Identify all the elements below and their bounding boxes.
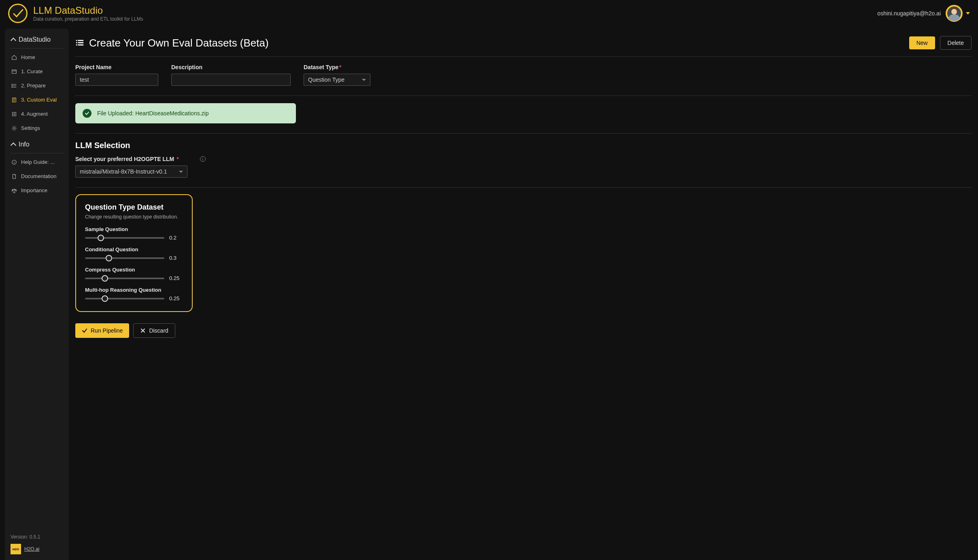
slider-label: Multi-hop Reasoning Question [85,287,183,293]
check-icon [82,328,87,333]
slider-track[interactable] [85,298,164,299]
eval-icon [11,97,17,103]
description-input[interactable] [171,74,291,86]
list-icon [75,38,84,47]
h2o-badge[interactable]: H2O H2O.ai [11,544,63,554]
sidebar-section-label: DataStudio [19,36,51,43]
slider-track[interactable] [85,278,164,279]
sidebar-section-info[interactable]: Info [5,135,69,151]
slider-thumb[interactable] [98,235,104,241]
svg-point-2 [12,85,12,86]
page-title: Create Your Own Eval Datasets (Beta) [89,37,269,49]
brand-title: LLM DataStudio [33,5,143,16]
sidebar-item-help[interactable]: Help Guide: ... [5,155,69,169]
svg-rect-11 [78,42,83,43]
slider-value: 0.25 [169,275,183,281]
svg-rect-0 [12,70,17,73]
chevron-down-icon [362,79,366,81]
description-label: Description [171,64,291,70]
project-name-label: Project Name [75,64,158,70]
sidebar-item-augment[interactable]: 4. Augment [5,107,69,121]
chevron-up-icon [11,142,16,148]
new-button[interactable]: New [909,36,935,49]
sidebar-footer: Version: 0.5.1 H2O H2O.ai [5,534,69,560]
slider-thumb[interactable] [102,295,108,302]
question-type-title: Question Type Dataset [85,203,183,212]
slider-conditional-question: Conditional Question 0.3 [85,246,183,261]
llm-select-value: mistralai/Mixtral-8x7B-Instruct-v0.1 [80,168,167,175]
sidebar-section-label: Info [19,141,30,148]
h2o-logo-icon: H2O [11,544,21,554]
slider-value: 0.25 [169,295,183,301]
sidebar-item-home[interactable]: Home [5,50,69,64]
augment-icon [11,111,17,117]
sidebar-item-importance[interactable]: Importance [5,183,69,197]
run-pipeline-label: Run Pipeline [91,327,123,334]
chevron-up-icon [11,38,16,43]
svg-rect-8 [76,40,77,41]
svg-rect-9 [78,40,83,41]
slider-multihop-question: Multi-hop Reasoning Question 0.25 [85,287,183,301]
sidebar: DataStudio Home 1. Curate 2. Prepare 3 [5,29,69,560]
svg-point-6 [13,127,15,129]
sidebar-item-label: Documentation [21,173,56,179]
h2o-link[interactable]: H2O.ai [24,546,39,552]
slider-thumb[interactable] [106,255,112,261]
chevron-down-icon [179,171,183,173]
svg-rect-13 [78,45,83,46]
sidebar-item-label: 4. Augment [21,111,48,117]
alert-text: File Uploaded: HeartDiseaseMedications.z… [97,110,208,117]
question-type-subtitle: Change resulting question type distribut… [85,214,183,220]
svg-rect-10 [76,42,77,43]
delete-button[interactable]: Delete [940,36,972,50]
user-avatar[interactable] [946,5,963,22]
app-logo [8,4,28,23]
discard-label: Discard [149,327,168,334]
sidebar-item-curate[interactable]: 1. Curate [5,64,69,78]
main-content: Create Your Own Eval Datasets (Beta) New… [69,26,978,560]
discard-button[interactable]: Discard [133,323,175,338]
svg-point-3 [12,87,12,87]
sidebar-item-label: Settings [21,125,40,131]
sidebar-item-docs[interactable]: Documentation [5,169,69,183]
gear-icon [11,125,17,131]
sidebar-section-datastudio[interactable]: DataStudio [5,30,69,47]
info-icon[interactable]: i [200,156,206,162]
slider-sample-question: Sample Question 0.2 [85,226,183,241]
dataset-type-label: Dataset Type* [304,64,370,70]
sidebar-item-prepare[interactable]: 2. Prepare [5,78,69,93]
slider-track[interactable] [85,257,164,259]
app-header: LLM DataStudio Data curation, preparatio… [0,0,978,26]
sidebar-item-label: Help Guide: ... [21,159,55,165]
llm-select[interactable]: mistralai/Mixtral-8x7B-Instruct-v0.1 [75,165,187,178]
curate-icon [11,69,17,74]
user-email: oshini.nugapitiya@h2o.ai [877,10,941,17]
run-pipeline-button[interactable]: Run Pipeline [75,323,129,338]
version-text: Version: 0.5.1 [11,534,63,540]
home-icon [11,55,17,60]
sidebar-item-label: 2. Prepare [21,83,46,89]
svg-rect-12 [76,45,77,46]
project-name-input[interactable] [75,74,158,86]
llm-select-label: Select your preferred H2OGPTE LLM * [75,156,179,162]
slider-label: Sample Question [85,226,183,232]
sidebar-item-settings[interactable]: Settings [5,121,69,135]
check-circle-icon [83,109,91,118]
close-icon [140,328,146,333]
slider-thumb[interactable] [102,275,108,282]
scale-icon [11,188,17,193]
svg-point-1 [12,84,12,84]
sidebar-item-label: Importance [21,187,47,193]
doc-icon [11,174,17,179]
sidebar-item-label: 1. Curate [21,68,43,74]
info-icon [11,159,17,165]
llm-section-title: LLM Selection [75,141,972,150]
dataset-type-value: Question Type [308,76,344,83]
dataset-type-select[interactable]: Question Type [304,74,370,86]
upload-success-alert: File Uploaded: HeartDiseaseMedications.z… [75,103,296,123]
list-icon [11,83,17,89]
slider-value: 0.3 [169,255,183,261]
slider-track[interactable] [85,237,164,239]
sidebar-item-custom-eval[interactable]: 3. Custom Eval [5,93,69,107]
user-menu-caret-icon[interactable] [966,12,970,15]
